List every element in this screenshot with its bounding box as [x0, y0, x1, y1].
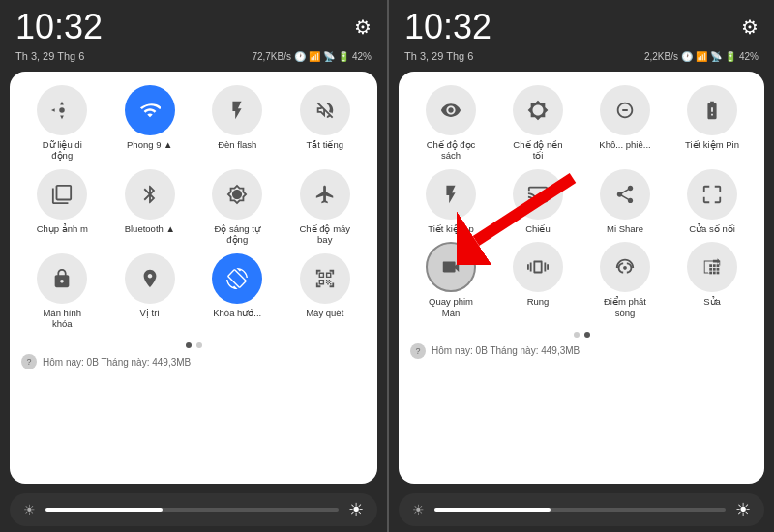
left-signal-icon: 📶: [309, 51, 320, 62]
right-page-dots: [410, 332, 753, 338]
brightness-fill: [45, 508, 163, 512]
r-toggle-vibrate-label: Rung: [527, 296, 550, 307]
toggle-rotation-btn[interactable]: [212, 253, 262, 304]
r-toggle-power-save-btn[interactable]: [426, 169, 476, 220]
r-toggle-darkmode-btn[interactable]: [513, 85, 563, 135]
left-storage-row: ? Hôm nay: 0B Tháng này: 449,3MB: [21, 352, 366, 371]
r-toggle-edit: Sửa: [671, 242, 753, 318]
r-toggle-reading-label: Chế độ đọc sách: [422, 139, 480, 162]
left-phone-panel: 10:32 ⚙ Th 3, 29 Thg 6 72,7KB/s 🕐 📶 📡 🔋 …: [0, 0, 387, 532]
left-brightness-bar[interactable]: ☀ ☀: [10, 493, 377, 526]
right-status-row2: Th 3, 29 Thg 6 2,2KB/s 🕐 📶 📡 🔋 42%: [389, 48, 774, 68]
r-toggle-hotspot-label: Điểm phát sóng: [596, 296, 654, 318]
r-dot-2: [584, 332, 590, 338]
right-storage-text: Hôm nay: 0B Tháng này: 449,3MB: [432, 345, 580, 356]
r-brightness-track[interactable]: [434, 508, 726, 512]
left-status-bar: 10:32 ⚙: [0, 0, 387, 48]
toggle-data-label: Dữ liệu di động: [33, 139, 91, 162]
svg-rect-10: [713, 272, 716, 275]
toggle-screenshot-label: Chụp ảnh m: [37, 223, 88, 234]
left-battery-pct: 42%: [352, 51, 372, 62]
left-time: 10:32: [15, 10, 103, 44]
left-clock-icon: 🕐: [294, 51, 306, 62]
toggle-airplane: Chế độ máy bay: [284, 169, 367, 246]
toggle-silent: Tắt tiếng: [284, 85, 367, 162]
r-toggle-screen-record: Quay phim Màn: [410, 242, 491, 318]
toggle-scan: Máy quét: [284, 253, 367, 330]
right-phone-panel: 10:32 ⚙ Th 3, 29 Thg 6 2,2KB/s 🕐 📶 📡 🔋 4…: [387, 0, 774, 532]
r-toggle-cast: Chiếu: [497, 169, 579, 234]
left-status-row2: Th 3, 29 Thg 6 72,7KB/s 🕐 📶 📡 🔋 42%: [0, 48, 387, 68]
toggle-brightness-btn[interactable]: [212, 169, 262, 220]
right-quick-panel: Chế độ đọc sách Chế độ nền tối Khô... ph…: [399, 72, 764, 484]
right-status-bar: 10:32 ⚙: [389, 0, 774, 48]
brightness-high-icon: ☀: [348, 499, 364, 520]
toggle-data: Dữ liệu di động: [21, 85, 104, 162]
r-toggle-mishare-label: Mi Share: [607, 223, 643, 234]
r-toggle-multiwindow: Cửa số nối: [671, 169, 753, 234]
svg-rect-11: [717, 272, 720, 275]
toggle-wifi: Phong 9 ▲: [109, 85, 192, 162]
toggle-silent-btn[interactable]: [300, 85, 350, 135]
right-brightness-bar[interactable]: ☀ ☀: [399, 493, 764, 526]
r-toggle-vibrate-btn[interactable]: [513, 242, 563, 292]
right-storage-row: ? Hôm nay: 0B Tháng này: 449,3MB: [410, 341, 753, 361]
toggle-scan-btn[interactable]: [300, 253, 350, 304]
r-toggle-donotdisturb-label: Khô... phiê...: [599, 139, 650, 150]
r-toggle-mishare-btn[interactable]: [600, 169, 650, 220]
toggle-rotation: Khóa hướ...: [196, 253, 279, 330]
toggle-data-btn[interactable]: [37, 85, 87, 135]
brightness-track[interactable]: [45, 508, 339, 512]
right-time: 10:32: [404, 10, 491, 44]
toggle-wifi-btn[interactable]: [125, 85, 175, 135]
toggle-location: Vị trí: [109, 253, 192, 330]
r-toggle-cast-btn[interactable]: [513, 169, 563, 220]
right-toggle-grid: Chế độ đọc sách Chế độ nền tối Khô... ph…: [410, 85, 753, 318]
r-toggle-screen-record-btn[interactable]: [426, 242, 476, 292]
svg-rect-3: [709, 264, 712, 267]
r-toggle-edit-btn[interactable]: [687, 242, 737, 292]
toggle-location-label: Vị trí: [140, 308, 160, 318]
r-brightness-low-icon: ☀: [412, 502, 425, 517]
toggle-flash-label: Đèn flash: [218, 139, 256, 150]
toggle-airplane-btn[interactable]: [300, 169, 350, 220]
toggle-location-btn[interactable]: [125, 253, 175, 304]
toggle-brightness-label: Độ sáng tự động: [208, 223, 266, 246]
toggle-flash-btn[interactable]: [212, 85, 262, 135]
r-toggle-multiwindow-label: Cửa số nối: [689, 223, 735, 234]
r-brightness-high-icon: ☀: [735, 499, 751, 520]
toggle-wifi-label: Phong 9 ▲: [127, 139, 172, 150]
r-toggle-donotdisturb-btn[interactable]: [600, 85, 650, 135]
r-dot-1: [574, 332, 580, 338]
r-toggle-battery-saver-btn[interactable]: [687, 85, 737, 135]
right-gear-icon[interactable]: ⚙: [741, 15, 759, 39]
r-toggle-battery-saver: Tiết kiệm Pin: [671, 85, 753, 162]
svg-rect-4: [713, 264, 716, 267]
left-storage-text: Hôm nay: 0B Tháng này: 449,3MB: [43, 357, 191, 368]
r-toggle-hotspot-btn[interactable]: [600, 242, 650, 292]
toggle-bluetooth-btn[interactable]: [125, 169, 175, 220]
toggle-lockscreen-label: Màn hình khóa: [33, 308, 91, 330]
storage-icon: ?: [21, 354, 37, 369]
svg-rect-9: [709, 272, 712, 275]
toggle-lockscreen-btn[interactable]: [37, 253, 87, 304]
r-toggle-reading-btn[interactable]: [426, 85, 476, 135]
r-storage-icon: ?: [410, 343, 426, 359]
toggle-screenshot-btn[interactable]: [37, 169, 87, 220]
right-battery-pct: 42%: [739, 51, 759, 62]
r-toggle-donotdisturb: Khô... phiê...: [584, 85, 666, 162]
r-toggle-power-save-label: Tiết kiệm p: [428, 223, 474, 234]
left-gear-icon[interactable]: ⚙: [354, 15, 372, 39]
r-toggle-mishare: Mi Share: [584, 169, 666, 234]
r-toggle-multiwindow-btn[interactable]: [687, 169, 737, 220]
toggle-screenshot: Chụp ảnh m: [21, 169, 104, 246]
dot-1: [186, 342, 192, 348]
svg-rect-7: [713, 268, 716, 271]
right-clock-icon: 🕐: [681, 51, 693, 62]
r-toggle-screen-record-label: Quay phim Màn: [422, 296, 480, 318]
r-toggle-reading: Chế độ đọc sách: [410, 85, 491, 162]
right-status-icons: 2,2KB/s 🕐 📶 📡 🔋 42%: [644, 51, 759, 62]
right-battery-icon: 🔋: [725, 51, 736, 62]
toggle-bluetooth: Bluetooth ▲: [109, 169, 192, 246]
right-signal-icon: 📶: [696, 51, 707, 62]
